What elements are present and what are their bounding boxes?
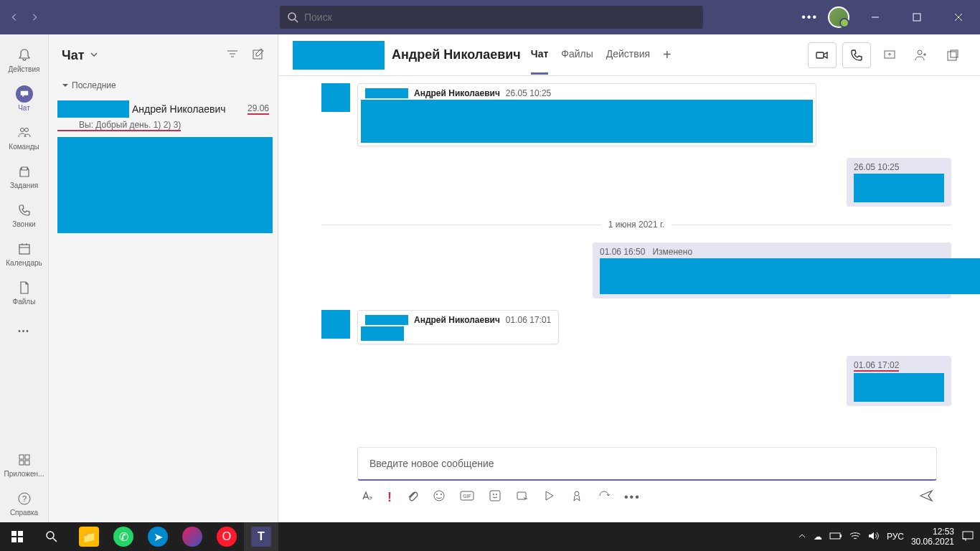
svg-rect-3 (913, 14, 920, 21)
window-maximize[interactable] (901, 0, 933, 34)
tray-onedrive-icon[interactable]: ☁ (814, 532, 822, 542)
nav-back[interactable] (6, 9, 23, 26)
sticker-icon[interactable] (488, 489, 502, 506)
svg-point-6 (20, 128, 24, 131)
tab-chat[interactable]: Чат (531, 35, 548, 75)
stream-icon[interactable] (542, 489, 557, 506)
nav-forward[interactable] (26, 9, 43, 26)
rail-teams[interactable]: Команды (0, 118, 49, 156)
svg-rect-44 (840, 534, 842, 537)
praise-icon[interactable] (570, 489, 584, 506)
taskbar-opera[interactable]: O (209, 522, 244, 551)
svg-rect-14 (19, 461, 24, 465)
taskbar-explorer[interactable]: 📁 (72, 522, 106, 551)
taskbar-app[interactable] (175, 522, 209, 551)
compose-area: Введите новое сообщение ! GIF ••• (278, 447, 980, 522)
tray-chevron-icon[interactable] (798, 532, 806, 542)
meet-icon[interactable] (515, 489, 529, 506)
video-call-button[interactable] (808, 42, 837, 68)
svg-line-1 (295, 19, 298, 22)
help-icon: ? (16, 490, 33, 507)
rail-apps[interactable]: Приложен... (0, 445, 49, 484)
redacted-block (361, 326, 404, 341)
tray-battery-icon[interactable] (829, 532, 842, 542)
add-tab-button[interactable]: + (663, 47, 672, 63)
file-icon (16, 279, 33, 296)
search-box[interactable] (280, 6, 703, 29)
tab-actions[interactable]: Действия (606, 35, 650, 75)
format-icon[interactable] (360, 489, 374, 506)
audio-call-button[interactable] (842, 42, 871, 68)
rail-label: Справка (10, 509, 38, 517)
tray-volume-icon[interactable] (868, 531, 880, 543)
search-input[interactable] (304, 11, 696, 23)
attach-icon[interactable] (405, 489, 419, 506)
chat-main: Андрей Николаевич Чат Файлы Действия + (278, 34, 980, 522)
message-incoming: Андрей Николаевич 26.05 10:25 (321, 83, 951, 146)
chat-item-preview: Вы: Добрый день. 1) 2) 3) (57, 120, 181, 131)
svg-rect-12 (19, 455, 24, 459)
rail-files[interactable]: Файлы (0, 273, 49, 311)
rail-more[interactable]: ••• (0, 311, 49, 350)
filter-icon[interactable] (226, 47, 239, 63)
chat-list-item[interactable]: Андрей Николаевич 29.06 Вы: Добрый день.… (49, 95, 278, 239)
add-people-icon[interactable] (908, 42, 934, 68)
tray-clock[interactable]: 12:53 30.06.2021 (911, 527, 954, 547)
popout-icon[interactable] (940, 42, 966, 68)
rail-label: Файлы (13, 298, 36, 306)
send-button[interactable] (918, 488, 934, 507)
message-area: Андрей Николаевич 26.05 10:25 26.05 10:2… (278, 76, 980, 447)
taskbar-whatsapp[interactable]: ✆ (106, 522, 141, 551)
message-timestamp: 01.06 17:01 (506, 315, 551, 325)
message-outgoing: 01.06 17:02 (321, 356, 951, 406)
svg-rect-45 (963, 532, 973, 539)
chat-item-date: 29.06 (248, 103, 269, 115)
compose-input[interactable]: Введите новое сообщение (357, 447, 937, 481)
svg-rect-38 (18, 531, 23, 536)
svg-rect-32 (490, 491, 500, 501)
message-timestamp: 01.06 16:50 (600, 247, 645, 257)
more-icon[interactable]: ••• (801, 11, 818, 24)
taskbar-search[interactable] (34, 522, 69, 551)
message-sender: Андрей Николаевич (414, 88, 500, 98)
new-chat-icon[interactable] (252, 47, 265, 63)
rail-help[interactable]: ? Справка (0, 484, 49, 522)
svg-point-28 (436, 494, 438, 495)
windows-taskbar: 📁 ✆ ➤ O T ☁ РУС 12:53 30.06.2021 (0, 522, 980, 551)
window-close[interactable] (943, 0, 974, 34)
bell-icon (16, 47, 33, 64)
taskbar-telegram[interactable]: ➤ (141, 522, 175, 551)
rail-activity[interactable]: Действия (0, 40, 49, 79)
chevron-down-icon[interactable] (90, 49, 98, 62)
assignments-icon (16, 163, 33, 180)
rail-assignments[interactable]: Задания (0, 156, 49, 195)
gif-icon[interactable]: GIF (459, 489, 475, 506)
taskbar-teams[interactable]: T (244, 522, 278, 551)
redacted-block (57, 137, 273, 233)
priority-icon[interactable]: ! (387, 490, 392, 505)
svg-rect-37 (11, 531, 17, 536)
section-recent[interactable]: Последние (49, 76, 278, 95)
rail-calendar[interactable]: Календарь (0, 234, 49, 273)
tray-language[interactable]: РУС (887, 532, 904, 542)
svg-point-33 (493, 494, 494, 495)
window-minimize[interactable] (859, 0, 891, 34)
svg-rect-39 (11, 537, 17, 542)
more-compose-icon[interactable]: ••• (624, 491, 641, 504)
message-timestamp: 01.06 17:02 (854, 360, 899, 372)
emoji-icon[interactable] (432, 489, 446, 506)
svg-point-27 (434, 491, 444, 501)
user-avatar[interactable] (828, 6, 849, 28)
tab-files[interactable]: Файлы (561, 35, 593, 75)
message-edited-label: Изменено (652, 247, 692, 257)
tray-date: 30.06.2021 (911, 537, 954, 547)
tray-notifications-icon[interactable] (961, 530, 974, 544)
tray-wifi-icon[interactable] (849, 532, 861, 542)
rail-chat[interactable]: Чат (0, 79, 49, 118)
start-button[interactable] (0, 522, 34, 551)
loop-icon[interactable] (597, 489, 611, 506)
svg-rect-43 (830, 533, 840, 539)
redacted-block (365, 315, 408, 325)
share-screen-icon[interactable] (877, 42, 903, 68)
rail-calls[interactable]: Звонки (0, 195, 49, 234)
